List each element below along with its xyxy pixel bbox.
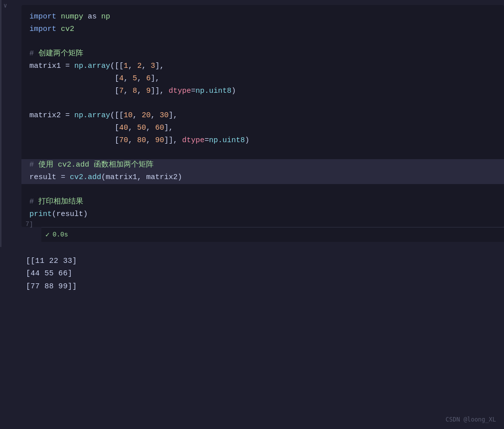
code-line-15 — [29, 184, 496, 197]
cell-number-label: 7] — [25, 220, 33, 228]
check-icon: ✓ — [45, 230, 49, 239]
code-pre: import numpy as npimport cv2 # 创建两个矩阵mat… — [29, 11, 496, 221]
execution-time: 0.0s — [52, 231, 68, 238]
watermark: CSDN @loong_XL — [446, 416, 496, 423]
code-area: import numpy as npimport cv2 # 创建两个矩阵mat… — [21, 5, 504, 227]
code-line-10: [40, 50, 60], — [29, 122, 496, 135]
code-line-17: print(result) — [29, 209, 496, 221]
cell-status-bar: 7] ✓ 0.0s — [21, 227, 504, 242]
code-line-4: # 创建两个矩阵 — [29, 48, 496, 60]
fold-arrow-icon[interactable]: ∨ — [3, 2, 7, 9]
cell-status: ✓ 0.0s — [41, 227, 504, 242]
code-line-11: [70, 80, 90]], dtype=np.uint8) — [29, 135, 496, 147]
code-line-16: # 打印相加结果 — [29, 196, 496, 209]
code-line-1: import numpy as np — [29, 11, 496, 23]
code-line-7: [7, 8, 9]], dtype=np.uint8) — [29, 85, 496, 98]
code-line-5: matrix1 = np.array([[1, 2, 3], — [29, 60, 496, 73]
code-line-12 — [29, 147, 496, 159]
output-line-2: [44 55 66] — [26, 267, 494, 280]
code-line-6: [4, 5, 6], — [29, 73, 496, 85]
output-line-3: [77 88 99]] — [26, 280, 494, 293]
output-area: [[11 22 33] [44 55 66] [77 88 99]] — [0, 247, 504, 301]
code-line-2: import cv2 — [29, 23, 496, 36]
code-cell: ∨ import numpy as npimport cv2 # 创建两个矩阵m… — [0, 0, 504, 247]
code-line-3 — [29, 36, 496, 48]
code-line-8 — [29, 97, 496, 110]
notebook-container: ∨ import numpy as npimport cv2 # 创建两个矩阵m… — [0, 0, 504, 301]
code-line-13: # 使用 cv2.add 函数相加两个矩阵 — [21, 159, 504, 172]
code-line-9: matrix2 = np.array([[10, 20, 30], — [29, 110, 496, 122]
output-line-1: [[11 22 33] — [26, 255, 494, 268]
code-line-14: result = cv2.add(matrix1, matrix2) — [21, 172, 504, 184]
